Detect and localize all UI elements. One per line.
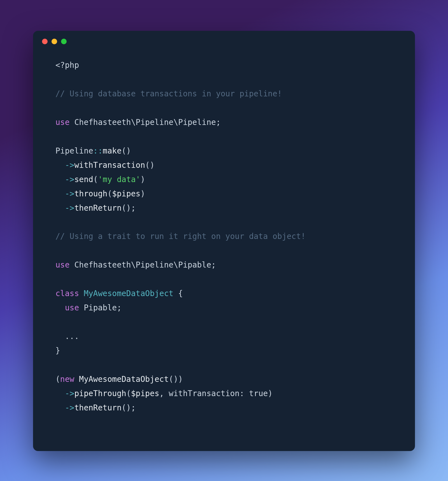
namespace-2: Chefhasteeth\Pipeline\Pipable	[74, 260, 211, 269]
string-literal: 'my data'	[98, 175, 141, 184]
open-paren: (	[107, 189, 112, 198]
arrow-op: ->	[65, 203, 74, 213]
class-instantiation: MyAwesomeDataObject	[79, 375, 169, 384]
close-paren: )	[178, 375, 183, 384]
class-keyword: class	[55, 289, 79, 298]
thenreturn-method: thenReturn	[74, 203, 122, 213]
open-paren: (	[55, 375, 60, 384]
titlebar	[33, 31, 415, 47]
parens: ()	[169, 375, 178, 384]
pipable-trait: Pipable	[84, 303, 117, 312]
double-colon: ::	[93, 146, 103, 155]
minimize-icon[interactable]	[52, 39, 57, 44]
arrow-op: ->	[65, 175, 74, 184]
thenreturn-method-2: thenReturn	[74, 403, 122, 412]
semicolon: ;	[117, 303, 122, 312]
semicolon: ;	[131, 403, 136, 412]
maximize-icon[interactable]	[61, 39, 67, 44]
parens: ()	[122, 203, 131, 213]
true-value: true	[249, 389, 268, 398]
close-paren: )	[140, 175, 145, 184]
code-block: <?php // Using database transactions in …	[33, 47, 415, 432]
comment-2: // Using a trait to run it right on your…	[55, 232, 305, 241]
close-paren: )	[268, 389, 273, 398]
code-window: <?php // Using database transactions in …	[33, 31, 415, 451]
close-icon[interactable]	[42, 39, 48, 44]
semicolon: ;	[216, 118, 221, 127]
semicolon: ;	[131, 203, 136, 213]
open-brace: {	[178, 289, 183, 298]
use-keyword-2: use	[55, 260, 70, 269]
pipes-var-2: $pipes	[131, 389, 159, 398]
pipeline-class: Pipeline	[55, 146, 93, 155]
arrow-op: ->	[65, 189, 74, 198]
class-name: MyAwesomeDataObject	[84, 289, 173, 298]
new-keyword: new	[60, 375, 74, 384]
ellipsis: ...	[65, 332, 79, 341]
make-method: make	[103, 146, 122, 155]
close-paren: )	[140, 189, 145, 198]
comma: ,	[159, 389, 169, 398]
open-paren: (	[126, 389, 131, 398]
parens: ()	[145, 161, 155, 170]
arrow-op: ->	[65, 161, 74, 170]
namespace-1: Chefhasteeth\Pipeline\Pipeline	[74, 118, 216, 127]
close-brace: }	[55, 346, 60, 355]
pipethrough-method: pipeThrough	[74, 389, 126, 398]
open-paren: (	[93, 175, 98, 184]
send-method: send	[74, 175, 93, 184]
php-open-tag: <?php	[55, 61, 79, 70]
named-argument: withTransaction:	[169, 389, 244, 398]
use-keyword-1: use	[55, 118, 70, 127]
pipes-var: $pipes	[112, 189, 140, 198]
withtransaction-method: withTransaction	[74, 161, 145, 170]
comment-1: // Using database transactions in your p…	[55, 89, 282, 98]
use-keyword-trait: use	[65, 303, 79, 312]
through-method: through	[74, 189, 107, 198]
semicolon: ;	[211, 260, 216, 269]
arrow-op: ->	[65, 389, 74, 398]
parens: ()	[122, 403, 131, 412]
parens: ()	[122, 146, 131, 155]
arrow-op: ->	[65, 403, 74, 412]
